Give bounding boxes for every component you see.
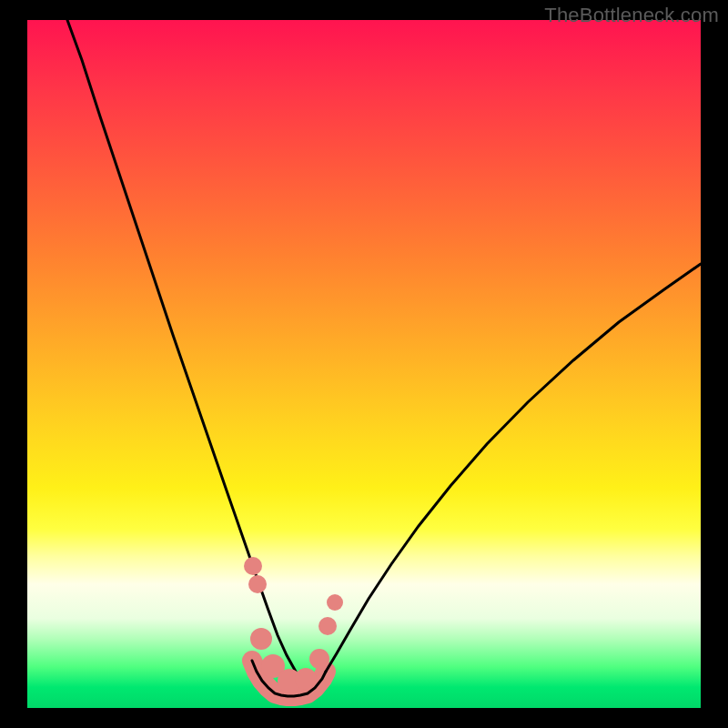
left-lower-dot [248,575,267,593]
valley-right-dot [295,668,317,690]
right-top-dot [327,594,343,611]
right-lower-dot [309,649,329,669]
valley-left-dot [250,628,272,650]
right-upper-dot [318,617,337,635]
curve-right-curve [326,264,701,672]
curve-left-curve [67,20,296,672]
bottleneck-curve-svg [27,20,701,708]
left-upper-dot [244,557,262,575]
